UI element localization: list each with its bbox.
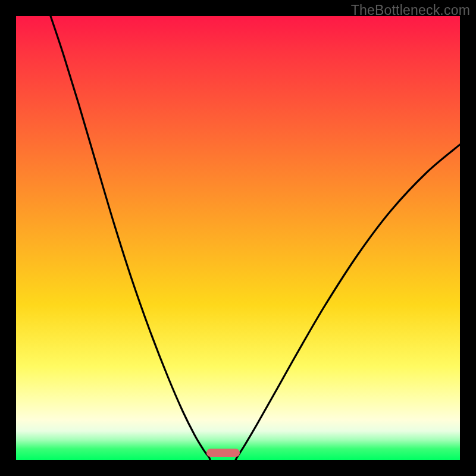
optimum-marker [206, 449, 240, 457]
watermark: TheBottleneck.com [351, 2, 470, 18]
curve-right [236, 145, 460, 460]
curve-left [51, 16, 210, 460]
bottleneck-curve-svg [16, 16, 460, 460]
chart-frame: TheBottleneck.com [0, 0, 476, 476]
plot-area [16, 16, 460, 460]
